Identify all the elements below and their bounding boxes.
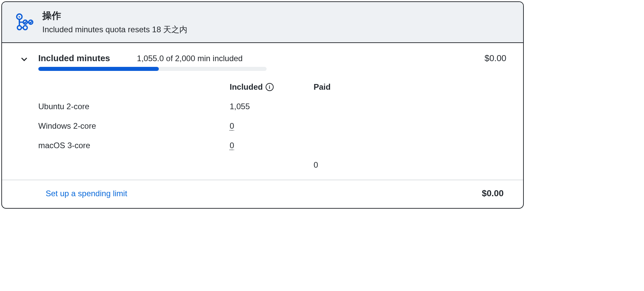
runner-included: 0 [230, 121, 314, 131]
collapse-toggle[interactable] [19, 55, 29, 65]
usage-progress-bar [38, 67, 267, 71]
info-icon[interactable]: i [266, 83, 274, 91]
runner-included: 0 [230, 141, 314, 150]
runner-included: 1,055 [230, 102, 314, 111]
card-subtitle: Included minutes quota resets 18 天之内 [42, 24, 187, 35]
card-title: 操作 [42, 9, 187, 22]
paid-total: 0 [314, 160, 381, 170]
col-header-paid: Paid [314, 82, 381, 92]
spending-limit-link[interactable]: Set up a spending limit [46, 189, 127, 198]
runner-name: Windows 2-core [38, 121, 230, 131]
card-footer: Set up a spending limit $0.00 [2, 180, 523, 208]
svg-point-4 [23, 26, 27, 30]
runner-name: macOS 3-core [38, 141, 230, 150]
col-header-included: Included i [230, 82, 314, 92]
col-header-included-label: Included [230, 82, 263, 92]
included-minutes-label: Included minutes [38, 53, 110, 64]
runner-paid [314, 121, 381, 131]
svg-point-3 [17, 26, 21, 30]
runner-paid [314, 141, 381, 150]
usage-section: Included minutes 1,055.0 of 2,000 min in… [2, 43, 523, 180]
card-header: 操作 Included minutes quota resets 18 天之内 [2, 2, 523, 43]
runner-paid [314, 102, 381, 111]
included-minutes-usage: 1,055.0 of 2,000 min included [137, 54, 243, 63]
runner-name: Ubuntu 2-core [38, 102, 230, 111]
actions-billing-card: 操作 Included minutes quota resets 18 天之内 … [1, 1, 524, 209]
usage-breakdown-table: Included i Paid Ubuntu 2-core 1,055 Wind… [38, 82, 512, 170]
section-price: $0.00 [485, 53, 512, 64]
usage-progress-fill [38, 67, 159, 71]
footer-total: $0.00 [482, 188, 510, 199]
workflow-icon [15, 13, 34, 32]
chevron-down-icon [20, 55, 28, 64]
